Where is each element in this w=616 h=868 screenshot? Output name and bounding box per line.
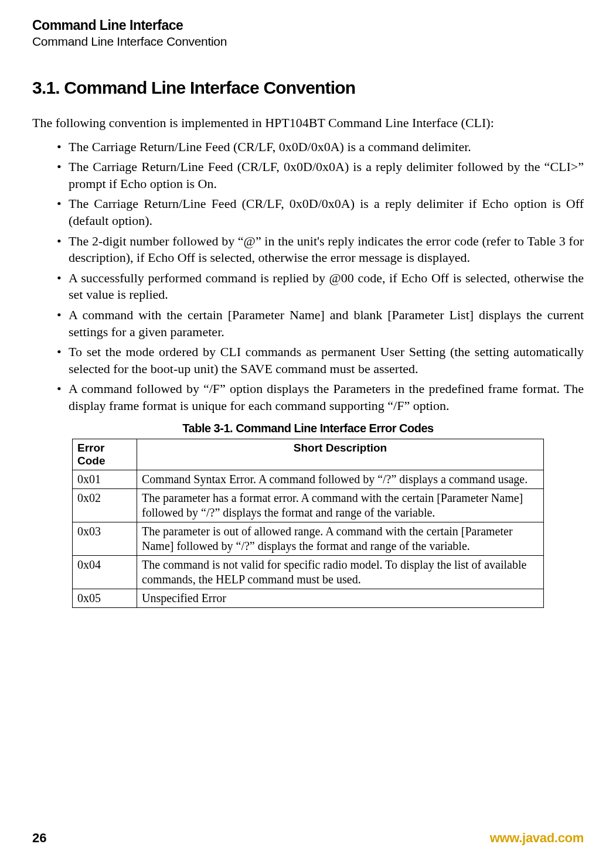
error-desc: The command is not valid for specific ra… xyxy=(137,555,544,589)
footer-url: www.javad.com xyxy=(490,831,584,846)
error-desc: The parameter is out of allowed range. A… xyxy=(137,522,544,555)
table-caption: Table 3-1. Command Line Interface Error … xyxy=(32,422,584,435)
header-title: Command Line Interface xyxy=(32,18,584,33)
table-header-desc: Short Description xyxy=(137,439,544,470)
error-code: 0x04 xyxy=(73,555,137,589)
list-item: A command followed by “/F” option displa… xyxy=(69,381,584,414)
table-row: 0x02 The parameter has a format error. A… xyxy=(73,488,544,522)
table-row: 0x05 Unspecified Error xyxy=(73,589,544,607)
page-number: 26 xyxy=(32,831,46,846)
section-heading: 3.1. Command Line Interface Convention xyxy=(32,78,584,98)
list-item: The Carriage Return/Line Feed (CR/LF, 0x… xyxy=(69,196,584,229)
list-item: The 2-digit number followed by “@” in th… xyxy=(69,233,584,266)
bullet-list: The Carriage Return/Line Feed (CR/LF, 0x… xyxy=(32,139,584,415)
table-row: 0x03 The parameter is out of allowed ran… xyxy=(73,522,544,555)
table-row: 0x04 The command is not valid for specif… xyxy=(73,555,544,589)
error-desc: The parameter has a format error. A comm… xyxy=(137,488,544,522)
error-code: 0x05 xyxy=(73,589,137,607)
error-desc: Command Syntax Error. A command followed… xyxy=(137,470,544,488)
header-subtitle: Command Line Interface Convention xyxy=(32,35,584,49)
table-row: 0x01 Command Syntax Error. A command fol… xyxy=(73,470,544,488)
page-header: Command Line Interface Command Line Inte… xyxy=(32,18,584,49)
list-item: A command with the certain [Parameter Na… xyxy=(69,307,584,340)
list-item: A successfully performed command is repl… xyxy=(69,270,584,303)
list-item: To set the mode ordered by CLI commands … xyxy=(69,344,584,377)
table-header-row: Error Code Short Description xyxy=(73,439,544,470)
list-item: The Carriage Return/Line Feed (CR/LF, 0x… xyxy=(69,159,584,192)
error-code: 0x01 xyxy=(73,470,137,488)
list-item: The Carriage Return/Line Feed (CR/LF, 0x… xyxy=(69,139,584,156)
page-footer: 26 www.javad.com xyxy=(32,831,584,846)
error-code: 0x03 xyxy=(73,522,137,555)
error-desc: Unspecified Error xyxy=(137,589,544,607)
intro-text: The following convention is implemented … xyxy=(32,114,584,132)
error-code: 0x02 xyxy=(73,488,137,522)
table-header-code: Error Code xyxy=(73,439,137,470)
error-codes-table: Error Code Short Description 0x01 Comman… xyxy=(72,439,544,608)
